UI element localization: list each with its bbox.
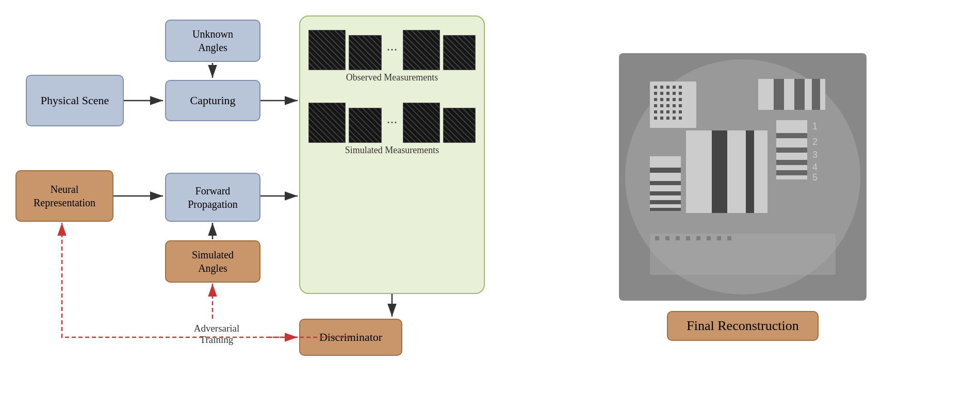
svg-rect-21: [666, 92, 669, 95]
svg-rect-44: [758, 79, 774, 110]
svg-text:3: 3: [812, 150, 818, 160]
discriminator-box: Discriminator: [299, 319, 402, 356]
svg-rect-39: [654, 117, 657, 120]
svg-rect-48: [774, 79, 784, 110]
svg-rect-34: [654, 110, 657, 113]
forward-propagation-label: ForwardPropagation: [188, 184, 238, 211]
svg-rect-33: [679, 104, 682, 107]
svg-rect-18: [679, 86, 682, 89]
svg-rect-25: [660, 98, 663, 101]
svg-rect-68: [650, 195, 681, 200]
svg-rect-27: [673, 98, 676, 101]
svg-rect-23: [679, 92, 682, 95]
svg-rect-22: [673, 92, 676, 95]
svg-rect-50: [812, 79, 820, 110]
neural-representation-label: NeuralRepresentation: [34, 183, 95, 209]
capturing-label: Capturing: [190, 93, 236, 108]
svg-rect-82: [754, 130, 767, 213]
svg-rect-69: [650, 204, 681, 208]
final-reconstruction-label: Final Reconstruction: [687, 318, 798, 333]
obs-img-4: [443, 35, 476, 70]
adversarial-training-label: AdversarialTraining: [165, 323, 268, 346]
svg-rect-57: [776, 147, 807, 153]
svg-rect-92: [717, 236, 721, 240]
obs-img-1: [308, 30, 346, 70]
svg-rect-72: [650, 191, 681, 195]
sim-img-3: [403, 103, 440, 143]
svg-rect-29: [654, 104, 657, 107]
svg-rect-42: [673, 117, 676, 120]
svg-rect-28: [679, 98, 682, 101]
svg-rect-81: [727, 130, 746, 213]
svg-rect-58: [776, 160, 807, 165]
capturing-box: Capturing: [165, 80, 260, 121]
svg-rect-26: [666, 98, 669, 101]
sim-img-2: [349, 108, 381, 143]
svg-rect-87: [665, 236, 669, 240]
unknown-angles-label: UnknownAngles: [192, 27, 233, 54]
unknown-angles-box: UnknownAngles: [165, 20, 260, 62]
svg-rect-52: [776, 138, 807, 147]
image-area: 1 2 3 4 5 1 2 3 4 5: [505, 0, 980, 394]
svg-rect-14: [654, 86, 657, 89]
observed-images-group: ···: [308, 30, 476, 70]
svg-rect-86: [655, 236, 659, 240]
svg-rect-17: [673, 86, 676, 89]
sim-dots: ···: [387, 114, 398, 131]
svg-rect-20: [660, 92, 663, 95]
svg-rect-19: [654, 92, 657, 95]
svg-text:2: 2: [812, 137, 818, 147]
neural-representation-box: NeuralRepresentation: [15, 170, 113, 222]
svg-rect-46: [805, 79, 812, 110]
svg-rect-36: [666, 110, 669, 113]
svg-rect-65: [650, 156, 681, 168]
svg-rect-31: [666, 104, 669, 107]
svg-rect-43: [679, 117, 682, 120]
svg-text:1: 1: [812, 121, 818, 132]
svg-rect-74: [650, 208, 681, 211]
svg-rect-37: [673, 110, 676, 113]
svg-rect-80: [686, 130, 712, 213]
svg-rect-93: [727, 236, 731, 240]
reconstruction-svg: 1 2 3 4 5 1 2 3 4 5: [619, 53, 867, 301]
diagram-area: ··· Observed Measurements ··· Simulated …: [0, 0, 505, 394]
svg-rect-91: [707, 236, 711, 240]
svg-rect-83: [712, 130, 727, 213]
svg-rect-70: [650, 168, 681, 173]
svg-rect-67: [650, 185, 681, 191]
svg-rect-38: [679, 110, 682, 113]
svg-rect-66: [650, 173, 681, 181]
physical-scene-label: Physical Scene: [41, 93, 109, 108]
svg-rect-32: [673, 104, 676, 107]
simulated-images-group: ···: [308, 103, 476, 143]
physical-scene-box: Physical Scene: [26, 75, 124, 126]
svg-rect-89: [686, 236, 690, 240]
svg-rect-73: [650, 200, 681, 204]
simulated-angles-box: SimulatedAngles: [165, 240, 260, 283]
obs-dots: ···: [387, 42, 398, 58]
svg-rect-90: [696, 236, 700, 240]
svg-rect-59: [776, 170, 807, 175]
svg-rect-40: [660, 117, 663, 120]
obs-img-2: [349, 35, 381, 70]
svg-rect-55: [776, 175, 807, 179]
reconstruction-image: 1 2 3 4 5 1 2 3 4 5: [619, 53, 867, 301]
svg-rect-84: [746, 130, 754, 213]
svg-rect-53: [776, 153, 807, 160]
simulated-angles-label: SimulatedAngles: [192, 248, 234, 275]
simulated-measurements-label: Simulated Measurements: [308, 145, 476, 156]
discriminator-label: Discriminator: [319, 330, 382, 345]
svg-rect-24: [654, 98, 657, 101]
svg-rect-51: [776, 120, 807, 133]
svg-rect-41: [666, 117, 669, 120]
final-reconstruction-box: Final Reconstruction: [667, 311, 818, 341]
svg-rect-16: [666, 86, 669, 89]
obs-img-3: [403, 30, 440, 70]
measurements-container: ··· Observed Measurements ··· Simulated …: [299, 15, 485, 294]
svg-rect-56: [776, 133, 807, 138]
svg-rect-88: [676, 236, 680, 240]
forward-propagation-box: ForwardPropagation: [165, 173, 260, 222]
svg-text:5: 5: [812, 172, 818, 183]
svg-rect-45: [784, 79, 794, 110]
svg-rect-15: [660, 86, 663, 89]
